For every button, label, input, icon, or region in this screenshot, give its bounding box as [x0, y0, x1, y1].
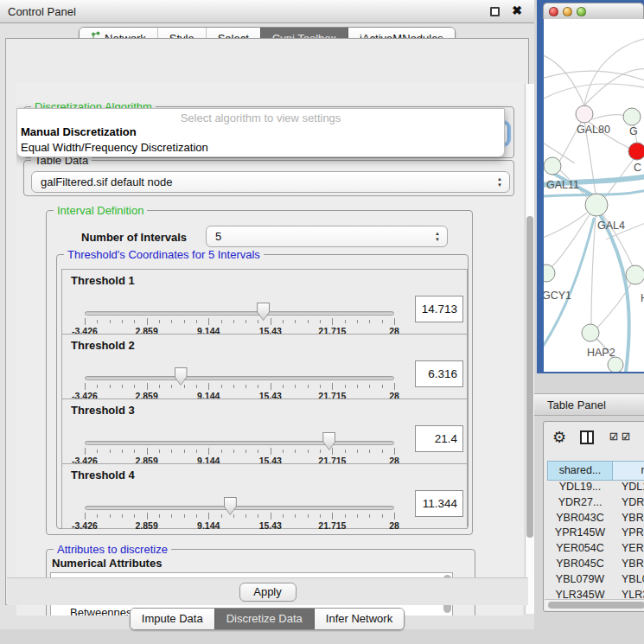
table-data-group: Table Data galFiltered.sif default node …: [23, 160, 514, 196]
tick-label: 2.859: [135, 520, 157, 531]
table-hscrollbar-thumb[interactable]: [548, 602, 644, 609]
node-label: GAL11: [546, 179, 579, 191]
table-cell[interactable]: YBR043C: [547, 512, 613, 527]
slider-track[interactable]: [85, 311, 394, 316]
minimize-traffic-light-icon[interactable]: [563, 7, 572, 16]
network-node[interactable]: [544, 265, 555, 282]
network-node[interactable]: [585, 194, 608, 216]
algorithm-option[interactable]: Manual Discretization: [17, 124, 504, 140]
table-cell[interactable]: YBL0: [613, 573, 644, 589]
table-hscrollbar[interactable]: [545, 599, 644, 610]
table-cell[interactable]: YER054C: [547, 542, 613, 558]
threshold-label: Threshold 1: [71, 274, 135, 287]
tab-discretize-data[interactable]: Discretize Data: [214, 609, 314, 629]
table-cell[interactable]: YPR1: [613, 526, 644, 542]
threshold-label: Threshold 3: [71, 404, 135, 417]
table-row[interactable]: YDL19...YDL1: [547, 481, 644, 496]
control-panel-titlebar: Control Panel ✖: [0, 0, 534, 23]
network-node[interactable]: [582, 324, 599, 341]
threshold-value-field[interactable]: [415, 425, 463, 452]
checkbox-icon[interactable]: ☑: [609, 431, 618, 443]
threshold-panel: Threshold 3-3.4262.8599.14415.4321.71528: [61, 399, 468, 464]
threshold-panel: Threshold 1-3.4262.8599.14415.4321.71528: [61, 269, 468, 335]
interval-definition-title: Interval Definition: [54, 204, 147, 217]
tick-label: 21.715: [318, 520, 346, 531]
table-panel-title: Table Panel: [547, 399, 606, 411]
node-table: shared...na YDL19...YDL1YDR27...YDR2YBR0…: [547, 461, 644, 603]
network-canvas[interactable]: GAL80GCGAL11GAL4GCY1HHAP2: [544, 19, 644, 372]
close-traffic-light-icon[interactable]: [549, 7, 558, 16]
zoom-traffic-light-icon[interactable]: [577, 7, 586, 16]
node-label: GAL4: [597, 220, 625, 232]
slider-ticks: [85, 318, 394, 326]
threshold-panel: Threshold 4-3.4262.8599.14415.4321.71528: [61, 463, 468, 529]
node-label: HAP2: [587, 347, 615, 359]
threshold-panel: Threshold 2-3.4262.8599.14415.4321.71528: [61, 334, 468, 399]
table-cell[interactable]: YDL19...: [547, 481, 613, 496]
slider-track[interactable]: [85, 376, 394, 380]
cyni-toolbox-panel: Discretization Algorithm ▲▼ Select algor…: [5, 38, 529, 605]
tick-label: 15.43: [259, 520, 282, 531]
bottom-tab-bar: Impute DataDiscretize DataInfer Network: [0, 608, 534, 630]
panel-title: Control Panel: [8, 5, 76, 18]
table-row[interactable]: YBR045CYBR0: [547, 558, 644, 573]
table-row[interactable]: YPR145WYPR1: [547, 526, 644, 542]
slider-ticks: [85, 513, 394, 520]
tab-infer-network[interactable]: Infer Network: [314, 609, 404, 629]
table-cell[interactable]: YDL1: [613, 481, 644, 496]
threshold-value-field[interactable]: [415, 490, 463, 517]
node-label: C: [634, 162, 641, 174]
float-panel-icon[interactable]: [490, 7, 500, 16]
table-cell[interactable]: YBL079W: [547, 573, 613, 589]
threshold-value-field[interactable]: [415, 296, 463, 322]
table-cell[interactable]: YDR27...: [547, 496, 613, 512]
slider-track[interactable]: [85, 506, 394, 510]
numerical-attributes-label: Numerical Attributes: [52, 557, 162, 570]
number-of-intervals-combobox[interactable]: 5 ▲▼: [206, 226, 448, 247]
combo-arrows-icon: ▲▼: [435, 231, 440, 243]
slider-track[interactable]: [85, 441, 394, 445]
column-header[interactable]: shared...: [547, 461, 613, 481]
threshold-label: Threshold 2: [71, 339, 135, 352]
gear-icon[interactable]: ⚙: [552, 428, 566, 447]
control-panel: Control Panel ✖ NetworkStyleSelectCyni T…: [0, 0, 534, 629]
table-row[interactable]: YER054CYER0: [547, 542, 644, 558]
network-node[interactable]: [626, 265, 644, 284]
combo-arrows-icon: ▲▼: [497, 176, 502, 188]
tab-label: Infer Network: [326, 612, 392, 625]
interval-definition-group: Interval Definition Number of Intervals …: [46, 210, 473, 535]
apply-button[interactable]: Apply: [239, 583, 296, 602]
threshold-value-field[interactable]: [415, 360, 463, 387]
network-node[interactable]: [608, 357, 623, 372]
main-scrollbar-thumb[interactable]: [526, 216, 533, 538]
table-toolbar: ⚙ ☑ ☑: [544, 422, 644, 458]
network-node[interactable]: [623, 108, 641, 125]
algorithm-placeholder: Select algorithm to view settings: [17, 109, 504, 124]
table-cell[interactable]: YPR145W: [547, 526, 613, 542]
network-node[interactable]: [544, 157, 561, 175]
close-icon[interactable]: ✖: [512, 3, 522, 17]
table-cell[interactable]: YDR2: [613, 496, 644, 512]
table-row[interactable]: YBL079WYBL0: [547, 573, 644, 589]
table-row[interactable]: YBR043CYBR0: [547, 512, 644, 527]
table-panel: ⚙ ☑ ☑ shared...na YDL19...YDL1YDR27...YD…: [543, 421, 644, 612]
network-node[interactable]: [576, 105, 593, 123]
column-header[interactable]: na: [613, 461, 644, 481]
algorithm-option[interactable]: Equal Width/Frequency Discretization: [17, 140, 504, 156]
cyni-scroll-area: Discretization Algorithm ▲▼ Select algor…: [16, 82, 523, 615]
table-cell[interactable]: YER0: [613, 542, 644, 558]
tab-impute-data[interactable]: Impute Data: [131, 609, 214, 629]
table-cell[interactable]: YBR045C: [547, 558, 613, 573]
table-data-combobox[interactable]: galFiltered.sif default node ▲▼: [31, 171, 510, 193]
network-node[interactable]: [628, 143, 644, 160]
tick-label: 28: [389, 520, 399, 531]
checkbox-icon[interactable]: ☑: [622, 431, 630, 443]
threshold-label: Threshold 4: [71, 469, 135, 481]
node-label: GAL80: [577, 124, 610, 136]
attributes-group-title: Attributes to discretize: [54, 543, 171, 556]
node-label: GCY1: [544, 290, 571, 302]
table-cell[interactable]: YBR0: [613, 558, 644, 573]
columns-icon[interactable]: [580, 430, 594, 444]
table-cell[interactable]: YBR0: [613, 512, 644, 527]
table-row[interactable]: YDR27...YDR2: [547, 496, 644, 512]
